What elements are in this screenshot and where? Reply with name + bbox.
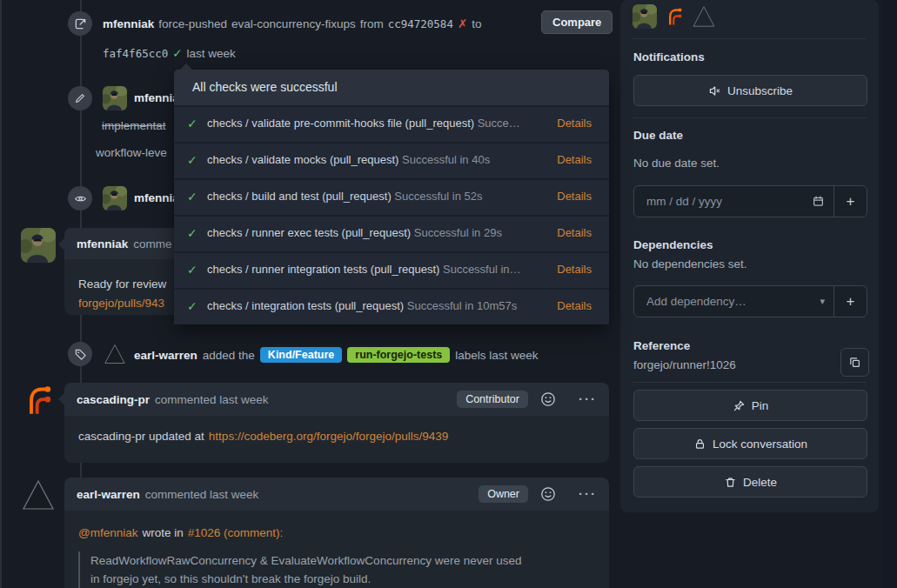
- forgejo-bot-avatar[interactable]: [21, 383, 56, 418]
- username-link[interactable]: earl-warren: [77, 488, 140, 501]
- old-commit-hash[interactable]: cc94720584: [388, 17, 453, 30]
- avatar[interactable]: [103, 86, 127, 110]
- avatar[interactable]: [21, 228, 56, 263]
- comment-cascading-pr: cascading-pr commented last week Contrib…: [64, 383, 609, 463]
- check-row: ✓ checks / build and test (pull_request)…: [174, 178, 609, 215]
- check-success-icon: ✓: [187, 263, 197, 277]
- divider: [633, 117, 867, 118]
- username-link[interactable]: mfennia: [134, 91, 179, 104]
- label-event-line: earl-warren added the Kind/Feature run-f…: [134, 347, 539, 363]
- username-link[interactable]: mfennia: [134, 191, 179, 204]
- copy-reference-button[interactable]: [840, 348, 869, 377]
- username-link[interactable]: mfenniak: [77, 237, 128, 251]
- compare-button[interactable]: Compare: [541, 10, 613, 34]
- unsubscribe-button[interactable]: Unsubscribe: [633, 75, 867, 106]
- check-success-icon: ✓: [187, 190, 197, 204]
- mute-icon: [708, 84, 721, 97]
- check-success-icon: ✓: [187, 153, 197, 167]
- check-success-icon: ✓: [187, 117, 197, 130]
- edit-pencil-icon: [68, 86, 92, 110]
- calendar-icon[interactable]: [803, 195, 833, 208]
- pull-link[interactable]: forgejo/pulls/943: [78, 297, 164, 310]
- viewport-left-edge: [0, 0, 2, 588]
- eye-icon: [68, 186, 92, 210]
- add-dependency-button[interactable]: +: [833, 286, 867, 317]
- tag-icon: [68, 342, 92, 366]
- add-dependency-select[interactable]: [634, 295, 811, 308]
- add-due-date-button[interactable]: +: [833, 186, 867, 217]
- participant-triangle-avatar[interactable]: [692, 4, 716, 29]
- check-success-icon: ✓: [187, 226, 197, 240]
- due-date-input[interactable]: [634, 195, 803, 208]
- check-details-link[interactable]: Details: [557, 117, 592, 130]
- dropdown-caret: [179, 63, 193, 70]
- comment-ref-link[interactable]: #1026 (comment):: [188, 526, 284, 539]
- label-run-forgejo-tests[interactable]: run-forgejo-tests: [347, 347, 450, 363]
- force-push-icon: [68, 11, 92, 36]
- commit-status-failed-icon[interactable]: ✗: [458, 17, 467, 30]
- check-row: ✓ checks / runner exec tests (pull_reque…: [174, 215, 609, 251]
- check-success-icon: ✓: [187, 299, 197, 313]
- username-link[interactable]: cascading-pr: [77, 393, 150, 406]
- add-reaction-icon[interactable]: [540, 478, 566, 528]
- dependencies-empty-text: No dependencies set.: [633, 257, 747, 271]
- check-row: ✓ checks / validate mocks (pull_request)…: [174, 142, 609, 178]
- reference-heading: Reference: [633, 339, 690, 352]
- check-details-link[interactable]: Details: [557, 226, 592, 239]
- avatar[interactable]: [103, 342, 127, 366]
- dependencies-heading: Dependencies: [633, 238, 713, 251]
- comment-earl-warren: earl-warren commented last week Owner ··…: [64, 478, 609, 588]
- username-link[interactable]: mfenniak: [103, 17, 154, 30]
- reply-reference-line: @mfenniak wrote in #1026 (comment):: [78, 526, 595, 539]
- scrollbar-track[interactable]: [881, 0, 897, 588]
- checks-summary: All checks were successful: [174, 70, 609, 105]
- event-time: last week: [187, 47, 236, 60]
- comment-menu-button[interactable]: ···: [579, 395, 597, 404]
- quote-block: ReadWorkflowRawConcurrency & EvaluateWor…: [78, 551, 595, 588]
- check-details-link[interactable]: Details: [557, 190, 592, 203]
- comment-menu-button[interactable]: ···: [579, 490, 597, 498]
- force-push-event-line1: mfenniak force-pushed eval-concurrency-f…: [103, 17, 482, 30]
- branch-name: eval-concurrency-fixups: [231, 17, 356, 30]
- checks-dropdown: All checks were successful ✓ checks / va…: [174, 70, 609, 324]
- pin-button[interactable]: Pin: [633, 390, 867, 421]
- divider: [633, 38, 867, 39]
- reference-value: forgejo/runner!1026: [633, 358, 736, 371]
- commit-status-success-icon[interactable]: ✓: [172, 46, 182, 60]
- username-link[interactable]: earl-warren: [134, 349, 197, 362]
- comment-header: cascading-pr commented last week Contrib…: [64, 383, 609, 416]
- divider: [633, 382, 867, 383]
- role-badge: Contributor: [457, 391, 528, 408]
- avatar[interactable]: [103, 186, 127, 210]
- role-badge: Owner: [479, 485, 528, 503]
- new-commit-hash[interactable]: faf4f65cc0: [103, 47, 168, 60]
- trash-icon: [724, 476, 737, 489]
- new-title-text: workflow-leve: [96, 146, 167, 159]
- triangle-avatar[interactable]: [21, 478, 56, 512]
- add-reaction-icon[interactable]: [540, 365, 566, 433]
- force-push-event-line2: faf4f65cc0 ✓ last week: [103, 46, 236, 60]
- check-details-link[interactable]: Details: [557, 299, 592, 312]
- dependency-group: ▾ +: [633, 285, 867, 317]
- label-kind-feature[interactable]: Kind/Feature: [260, 347, 342, 363]
- check-details-link[interactable]: Details: [557, 153, 592, 166]
- old-title-text: implementat: [102, 119, 166, 132]
- participant-forgejo-avatar[interactable]: [664, 6, 685, 27]
- issue-sidebar: Notifications Unsubscribe Due date No du…: [620, 0, 879, 512]
- delete-button[interactable]: Delete: [633, 466, 867, 498]
- chevron-down-icon[interactable]: ▾: [811, 296, 833, 307]
- due-date-heading: Due date: [633, 129, 683, 142]
- due-date-empty-text: No due date set.: [633, 157, 720, 170]
- notifications-heading: Notifications: [633, 50, 705, 63]
- check-row: ✓ checks / validate pre-commit-hooks fil…: [174, 105, 609, 142]
- check-row: ✓ checks / integration tests (pull_reque…: [174, 288, 609, 324]
- comment-header: earl-warren commented last week Owner ··…: [64, 478, 609, 511]
- check-row: ✓ checks / runner integration tests (pul…: [174, 251, 609, 288]
- mention-link[interactable]: @mfenniak: [78, 526, 137, 539]
- codeberg-pull-link[interactable]: https://codeberg.org/forgejo/forgejo/pul…: [209, 430, 448, 443]
- check-details-link[interactable]: Details: [557, 263, 592, 276]
- pin-icon: [733, 399, 746, 412]
- participant-avatar[interactable]: [633, 4, 657, 29]
- lock-icon: [693, 438, 706, 451]
- lock-conversation-button[interactable]: Lock conversation: [633, 428, 867, 459]
